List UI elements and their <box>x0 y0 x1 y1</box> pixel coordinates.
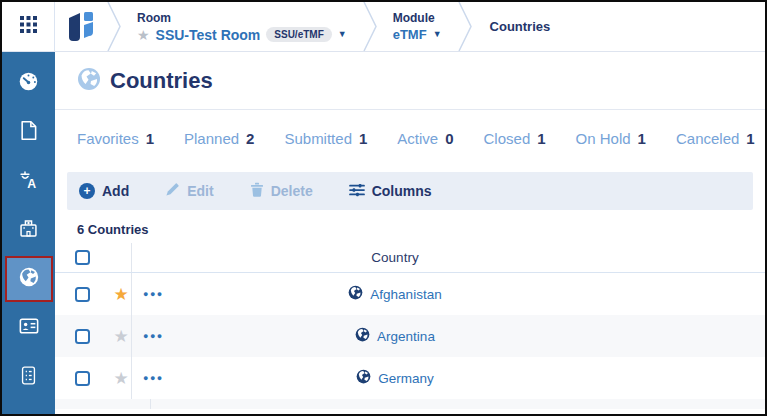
sidebar-item-documents[interactable] <box>5 109 53 155</box>
columns-label: Columns <box>372 183 432 199</box>
tab-label: Active <box>397 130 438 147</box>
row-checkbox[interactable] <box>75 287 90 302</box>
tab-count: 2 <box>246 130 254 147</box>
module-label: Module <box>393 11 442 25</box>
room-favorite-star-icon[interactable]: ★ <box>137 28 150 42</box>
tab-favorites[interactable]: Favorites 1 <box>77 130 154 147</box>
table-header-row: Country <box>55 243 765 273</box>
tab-count: 1 <box>359 130 367 147</box>
translate-icon: A <box>18 169 39 194</box>
table-toolbar: + Add Edit <box>67 172 753 210</box>
delete-label: Delete <box>271 183 313 199</box>
record-count-summary: 6 Countries <box>77 222 765 237</box>
add-label: Add <box>102 183 129 199</box>
row-checkbox[interactable] <box>75 371 90 386</box>
country-link[interactable]: Argentina <box>377 329 435 344</box>
breadcrumb-current-page: Countries <box>472 2 569 51</box>
delete-button[interactable]: Delete <box>250 182 313 200</box>
select-all-checkbox[interactable] <box>75 250 90 265</box>
favorite-star-icon[interactable]: ★ <box>111 328 131 345</box>
country-globe-icon <box>348 285 363 304</box>
pencil-icon <box>165 182 180 200</box>
favorite-star-icon[interactable]: ★ <box>111 286 131 303</box>
country-link[interactable]: Afghanistan <box>370 287 441 302</box>
breadcrumb-separator <box>363 2 377 51</box>
tab-on-hold[interactable]: On Hold 1 <box>576 130 646 147</box>
plus-circle-icon: + <box>79 183 95 199</box>
main-content: Countries Favorites 1 Planned 2 Submitte… <box>55 52 765 414</box>
dashboard-icon <box>18 71 39 96</box>
breadcrumb-separator <box>107 2 121 51</box>
table-row: ★ ●●● Afghanistan <box>55 273 765 315</box>
grid-icon <box>20 16 37 37</box>
page-title: Countries <box>110 68 213 94</box>
icon-sidebar: A <box>2 52 55 414</box>
header-menu-spacer <box>131 243 171 272</box>
status-filter-tabs: Favorites 1 Planned 2 Submitted 1 Active… <box>55 110 765 166</box>
countries-globe-icon <box>18 266 40 292</box>
add-button[interactable]: + Add <box>79 183 129 199</box>
edit-label: Edit <box>187 183 213 199</box>
tab-count: 1 <box>537 130 545 147</box>
tab-label: Closed <box>484 130 531 147</box>
country-globe-icon <box>355 327 370 346</box>
tab-label: Planned <box>184 130 239 147</box>
room-label: Room <box>137 11 347 25</box>
tab-label: Submitted <box>284 130 352 147</box>
table-row: ★ ●●● Argentina <box>55 315 765 357</box>
row-actions-menu[interactable]: ●●● <box>143 331 164 341</box>
sidebar-item-countries[interactable] <box>5 256 53 302</box>
partial-next-row <box>55 399 765 409</box>
country-link[interactable]: Germany <box>378 371 434 386</box>
tab-count: 1 <box>146 130 154 147</box>
tab-label: On Hold <box>576 130 631 147</box>
breadcrumb-module: Module eTMF ▼ <box>377 2 458 51</box>
document-icon <box>19 120 38 145</box>
module-selector[interactable]: eTMF ▼ <box>393 27 442 42</box>
tab-label: Canceled <box>676 130 739 147</box>
hospital-icon <box>18 218 39 243</box>
table-row: ★ ●●● Germany <box>55 357 765 399</box>
row-checkbox[interactable] <box>75 329 90 344</box>
country-globe-icon <box>356 369 371 388</box>
tab-canceled[interactable]: Canceled 1 <box>676 130 755 147</box>
columns-button[interactable]: Columns <box>349 183 432 200</box>
country-column-header[interactable]: Country <box>371 250 418 265</box>
module-dropdown-caret-icon[interactable]: ▼ <box>433 30 442 39</box>
edit-button[interactable]: Edit <box>165 182 213 200</box>
app-grid-button[interactable] <box>2 2 55 51</box>
sidebar-item-facilities[interactable] <box>5 207 53 253</box>
page-globe-icon <box>77 67 101 95</box>
room-type-badge: SSU/eTMF <box>266 27 331 42</box>
countries-table: Country ★ ●●● Afghanistan <box>55 243 765 414</box>
module-name[interactable]: eTMF <box>393 27 427 42</box>
vault-logo[interactable] <box>55 2 107 51</box>
contact-card-icon <box>18 316 40 340</box>
tab-planned[interactable]: Planned 2 <box>184 130 254 147</box>
room-dropdown-caret-icon[interactable]: ▼ <box>338 30 347 39</box>
tab-active[interactable]: Active 0 <box>397 130 453 147</box>
room-selector[interactable]: ★ SSU-Test Room SSU/eTMF ▼ <box>137 27 347 43</box>
checklist-icon <box>19 365 38 390</box>
tab-label: Favorites <box>77 130 139 147</box>
tab-closed[interactable]: Closed 1 <box>484 130 546 147</box>
top-bar: Room ★ SSU-Test Room SSU/eTMF ▼ Module e… <box>2 2 765 52</box>
page-title-bar: Countries <box>55 52 765 110</box>
svg-text:A: A <box>27 176 36 189</box>
tab-count: 1 <box>638 130 646 147</box>
tab-count: 0 <box>445 130 453 147</box>
favorite-star-icon[interactable]: ★ <box>111 370 131 387</box>
app-window: Room ★ SSU-Test Room SSU/eTMF ▼ Module e… <box>0 0 767 416</box>
room-name[interactable]: SSU-Test Room <box>156 27 261 43</box>
tab-count: 1 <box>746 130 754 147</box>
tab-submitted[interactable]: Submitted 1 <box>284 130 367 147</box>
sidebar-item-checklist[interactable] <box>5 354 53 400</box>
row-actions-menu[interactable]: ●●● <box>143 289 164 299</box>
sidebar-item-translations[interactable]: A <box>5 158 53 204</box>
sidebar-item-contacts[interactable] <box>5 305 53 351</box>
sidebar-item-dashboard[interactable] <box>5 60 53 106</box>
vault-logo-icon <box>66 10 96 44</box>
row-actions-menu[interactable]: ●●● <box>143 373 164 383</box>
breadcrumb-separator <box>458 2 472 51</box>
trash-icon <box>250 182 264 200</box>
